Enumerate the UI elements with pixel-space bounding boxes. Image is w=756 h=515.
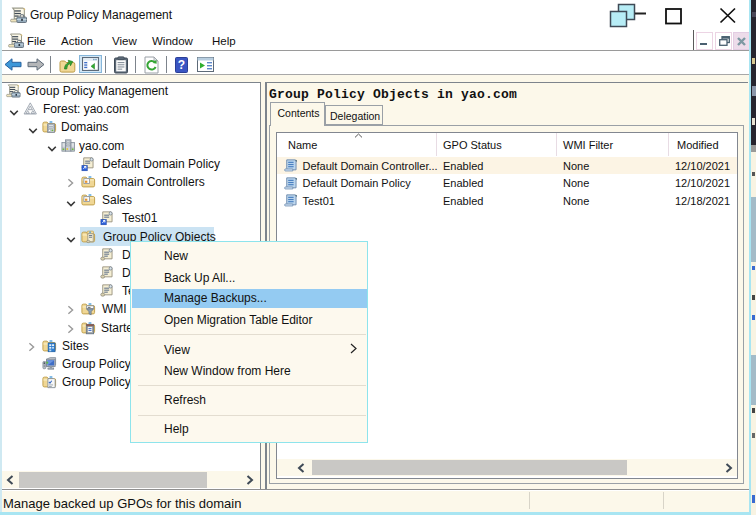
svg-text:?: ? [178,58,185,72]
